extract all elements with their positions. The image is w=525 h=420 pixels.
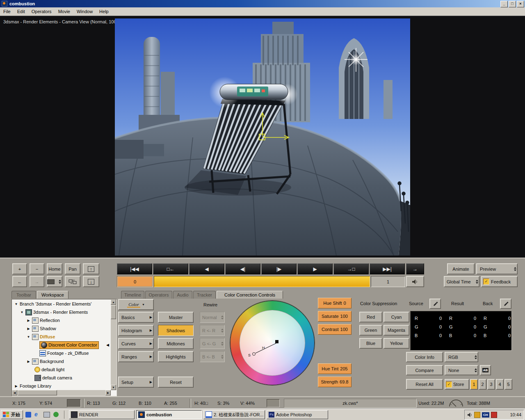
pan-button[interactable]: Pan (65, 263, 80, 274)
scrollbar-thumb[interactable] (18, 390, 57, 395)
expander-icon[interactable]: ▼ (26, 335, 31, 339)
go-to-mark-out-button[interactable]: →□ (333, 263, 369, 274)
menu-file[interactable]: File (0, 8, 14, 15)
curves-button[interactable]: Curves▶ (118, 338, 154, 349)
color-info-button[interactable]: Color Info (406, 352, 443, 362)
rewire-green-stepper[interactable]: G <- G (200, 338, 225, 349)
tree-item-discreet-color-corrector[interactable]: Discreet Color Corrector ◀ (12, 341, 110, 349)
stepper-arrows-icon[interactable] (514, 267, 517, 271)
layout-toggle-button[interactable] (65, 276, 80, 287)
fit-down-button[interactable]: ↓ (83, 276, 99, 287)
store-slot-3-button[interactable]: 3 (487, 379, 495, 390)
step-forward-button[interactable]: |▶ (261, 263, 297, 274)
tab-tracker[interactable]: Tracker (193, 291, 216, 299)
expander-icon[interactable]: ▼ (20, 310, 24, 314)
global-time-stepper[interactable]: Global Time (444, 276, 479, 287)
home-button[interactable]: Home (47, 263, 62, 274)
store-button[interactable]: ✓ Store (445, 379, 469, 390)
tree-item-default-light[interactable]: default light (12, 365, 110, 374)
tab-toolbar[interactable]: Toolbar (11, 291, 36, 299)
tree-item-background[interactable]: ▶ Background (12, 357, 110, 365)
tab-audio[interactable]: Audio (173, 291, 192, 299)
menu-operators[interactable]: Operators (28, 8, 55, 15)
show-desktop-icon[interactable] (43, 412, 50, 418)
suppress-yellow-button[interactable]: Yellow (383, 338, 409, 349)
quicklaunch-app-icon[interactable] (25, 412, 31, 418)
volume-icon[interactable] (467, 412, 472, 418)
scroll-right-icon[interactable]: ▶ (105, 390, 111, 395)
tree-horizontal-scrollbar[interactable]: ◀ ▶ (12, 390, 111, 396)
maximize-button[interactable]: □ (509, 1, 516, 7)
preview-stepper[interactable]: Preview (476, 263, 518, 274)
hue-shift-field[interactable]: Hue Shift0 (318, 298, 352, 308)
expander-icon[interactable]: ▶ (26, 327, 31, 331)
tree-item-branch[interactable]: ▼ Branch '3dsmax - Render Elements' (12, 300, 110, 308)
compare-button[interactable]: Compare (406, 365, 443, 375)
histogram-button[interactable]: Histogram▶ (118, 325, 154, 336)
history-forward-button[interactable]: → (30, 276, 44, 287)
minimize-button[interactable]: _ (500, 1, 508, 7)
shadows-button[interactable]: Shadows (158, 325, 194, 336)
task-photoshop[interactable]: Ps Adobe Photoshop (267, 410, 328, 419)
midtones-button[interactable]: Midtones (158, 338, 194, 349)
tab-color-correction-controls[interactable]: Color Correction Controls (217, 291, 283, 299)
internet-explorer-icon[interactable]: e (34, 411, 38, 418)
tab-timeline[interactable]: Timeline (121, 291, 144, 299)
scrollbar-thumb[interactable] (111, 305, 116, 319)
zoom-in-button[interactable]: + (12, 263, 27, 274)
start-button[interactable]: 开始 (1, 410, 23, 419)
title-bar[interactable]: combustion _ □ × (0, 0, 525, 7)
stepper-arrows-icon[interactable] (476, 280, 479, 284)
menu-window[interactable]: Window (73, 8, 96, 15)
timeline-scrubber[interactable] (154, 276, 370, 287)
ab-compare-button[interactable]: AB (480, 365, 491, 375)
stepper-arrows-icon[interactable] (475, 368, 478, 372)
suppress-cyan-button[interactable]: Cyan (383, 312, 409, 322)
expander-icon[interactable]: ▶ (26, 319, 31, 322)
play-button[interactable]: ▶ (297, 263, 333, 274)
expander-icon[interactable]: ▶ (26, 360, 31, 363)
zoom-out-button[interactable]: − (30, 263, 44, 274)
step-back-button[interactable]: ◀| (225, 263, 260, 274)
stepper-arrows-icon[interactable] (59, 280, 62, 284)
cc-mode-select[interactable]: Color ▼ (118, 299, 154, 310)
go-to-start-button[interactable]: |◀◀ (117, 263, 152, 274)
scroll-left-icon[interactable]: ◀ (12, 390, 17, 395)
tree-item-default-camera[interactable]: default camera (12, 374, 110, 382)
go-to-mark-in-button[interactable]: □← (153, 263, 188, 274)
task-combustion[interactable]: combustion (136, 410, 202, 419)
tree-item-3dsmax-render-elements[interactable]: ▼ 3dsmax - Render Elements (12, 308, 110, 316)
rewire-red-stepper[interactable]: R <- R (200, 325, 225, 336)
strength-field[interactable]: Strength69.8 (318, 377, 352, 387)
fit-up-button[interactable]: ↑ (83, 263, 99, 274)
end-frame-field[interactable]: 1 (371, 276, 405, 287)
go-to-end-button[interactable]: ▶▶| (370, 263, 405, 274)
suppress-red-button[interactable]: Red (359, 312, 382, 322)
tab-operators[interactable]: Operators (145, 291, 172, 299)
history-back-button[interactable]: ← (12, 276, 27, 287)
master-button[interactable]: Master (158, 312, 194, 323)
play-mode-button[interactable]: → (406, 263, 424, 274)
task-render[interactable]: RENDER (69, 410, 135, 419)
basics-button[interactable]: Basics▶ (118, 312, 154, 323)
play-reverse-button[interactable]: ◀ (189, 263, 224, 274)
tab-workspace[interactable]: Workspace (37, 291, 68, 299)
menu-edit[interactable]: Edit (14, 8, 28, 15)
tray-red-icon[interactable] (491, 412, 497, 418)
close-button[interactable]: × (517, 1, 524, 7)
scroll-down-icon[interactable]: ▼ (111, 385, 116, 390)
viewport[interactable]: 3dsmax - Render Elements - Camera View (… (0, 16, 525, 258)
suppress-magenta-button[interactable]: Magenta (383, 325, 409, 336)
store-slot-4-button[interactable]: 4 (496, 379, 504, 390)
source-eyedropper-button[interactable] (429, 299, 441, 309)
audio-mute-button[interactable] (406, 276, 424, 287)
feedback-checkbox[interactable]: ✓ (483, 278, 489, 285)
tree-item-shadow[interactable]: ▶ Shadow (12, 324, 110, 333)
contrast-field[interactable]: Contrast100 (318, 324, 352, 335)
stepper-arrows-icon[interactable] (475, 355, 478, 359)
rewire-blue-stepper[interactable]: B <- B (200, 351, 225, 362)
hue-saturation-color-wheel[interactable]: H S (230, 300, 315, 386)
channel-stepper[interactable]: RGB (445, 352, 478, 362)
saturate-field[interactable]: Saturate100 (318, 311, 352, 322)
store-slot-1-button[interactable]: 1 (470, 379, 478, 390)
